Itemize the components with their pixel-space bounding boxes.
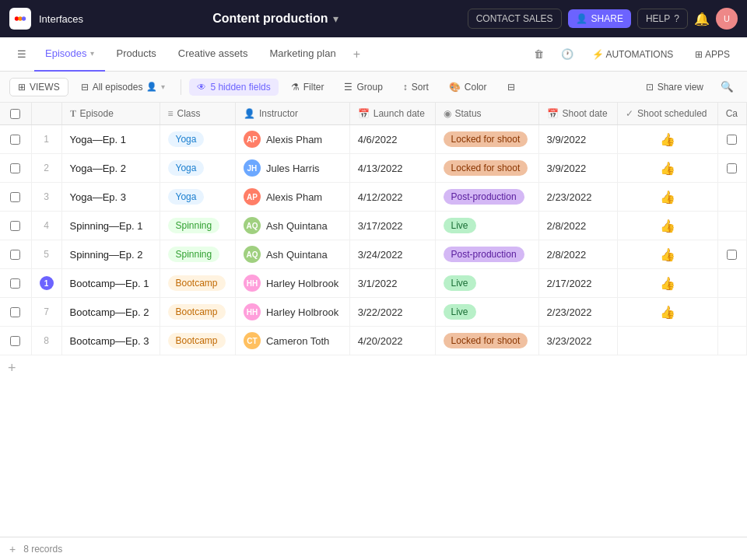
automations-button[interactable]: ⚡ AUTOMATIONS	[584, 46, 682, 63]
ca-checkbox[interactable]	[727, 135, 737, 145]
row-checkbox[interactable]	[10, 336, 20, 346]
status-cell[interactable]: Live	[435, 269, 538, 298]
episode-cell[interactable]: Bootcamp—Ep. 3	[61, 327, 160, 355]
sort-button[interactable]: ↕ Sort	[395, 79, 437, 96]
board-title[interactable]: Content production	[212, 12, 328, 26]
launch-date-cell[interactable]: 4/13/2022	[349, 154, 435, 183]
class-cell[interactable]: Yoga	[160, 154, 235, 183]
instructor-cell[interactable]: JH Jules Harris	[235, 154, 349, 183]
tab-products[interactable]: Products	[105, 37, 167, 72]
delete-icon[interactable]: 🗑	[528, 44, 550, 65]
launch-date-cell[interactable]: 3/24/2022	[349, 240, 435, 269]
board-title-dropdown-icon[interactable]: ▾	[333, 12, 338, 25]
search-button[interactable]: 🔍	[716, 76, 738, 98]
status-cell[interactable]: Locked for shoot	[435, 327, 538, 355]
episode-cell[interactable]: Yoga—Ep. 2	[61, 154, 160, 183]
shoot-scheduled-cell[interactable]	[618, 327, 718, 355]
instructor-cell[interactable]: CT Cameron Toth	[235, 327, 349, 355]
add-row-button[interactable]: +	[0, 355, 747, 381]
class-header[interactable]: ≡ Class	[160, 103, 235, 125]
tab-marketing-plan[interactable]: Marketing plan	[258, 37, 346, 72]
shoot-scheduled-cell[interactable]: 👍	[618, 154, 718, 183]
status-cell[interactable]: Post-production	[435, 183, 538, 212]
instructor-cell[interactable]: AQ Ash Quintana	[235, 212, 349, 240]
shoot-date-cell[interactable]: 2/23/2022	[538, 183, 618, 212]
instructor-cell[interactable]: HH Harley Holbrook	[235, 298, 349, 327]
shoot-scheduled-cell[interactable]: 👍	[618, 298, 718, 327]
status-cell[interactable]: Live	[435, 298, 538, 327]
row-checkbox[interactable]	[10, 250, 20, 260]
episode-cell[interactable]: Yoga—Ep. 1	[61, 125, 160, 154]
row-checkbox[interactable]	[10, 307, 20, 317]
instructor-cell[interactable]: AQ Ash Quintana	[235, 240, 349, 269]
row-checkbox[interactable]	[10, 221, 20, 231]
sidebar-toggle[interactable]: ☰	[9, 44, 34, 65]
ca-cell[interactable]	[717, 154, 746, 183]
ca-cell[interactable]	[717, 240, 746, 269]
help-button[interactable]: HELP ?	[637, 9, 688, 29]
shoot-date-cell[interactable]: 3/9/2022	[538, 154, 618, 183]
shoot-date-cell[interactable]: 2/17/2022	[538, 269, 618, 298]
shoot-scheduled-cell[interactable]: 👍	[618, 269, 718, 298]
shoot-date-cell[interactable]: 2/23/2022	[538, 298, 618, 327]
filter-button[interactable]: ⚗ Filter	[283, 79, 332, 96]
ca-header[interactable]: Ca	[717, 103, 746, 125]
row-checkbox[interactable]	[10, 163, 20, 173]
notifications-icon[interactable]: 🔔	[694, 12, 710, 26]
history-icon[interactable]: 🕐	[556, 44, 578, 65]
all-episodes-dropdown-icon[interactable]: ▾	[161, 82, 165, 91]
episode-cell[interactable]: Bootcamp—Ep. 1	[61, 269, 160, 298]
launch-date-cell[interactable]: 4/6/2022	[349, 125, 435, 154]
share-button[interactable]: 👤 SHARE	[568, 9, 631, 28]
episode-cell[interactable]: Spinning—Ep. 1	[61, 212, 160, 240]
shoot-date-cell[interactable]: 3/23/2022	[538, 327, 618, 355]
shoot-date-cell[interactable]: 2/8/2022	[538, 240, 618, 269]
row-height-button[interactable]: ⊟	[500, 79, 523, 96]
episode-cell[interactable]: Bootcamp—Ep. 2	[61, 298, 160, 327]
ca-checkbox[interactable]	[727, 250, 737, 260]
launch-date-header[interactable]: 📅 Launch date	[349, 103, 435, 125]
launch-date-cell[interactable]: 4/12/2022	[349, 183, 435, 212]
episode-cell[interactable]: Spinning—Ep. 2	[61, 240, 160, 269]
tab-episodes[interactable]: Episodes ▾	[34, 37, 105, 72]
add-tab-button[interactable]: +	[347, 47, 366, 61]
status-cell[interactable]: Live	[435, 212, 538, 240]
ca-cell[interactable]	[717, 212, 746, 240]
status-cell[interactable]: Locked for shoot	[435, 125, 538, 154]
instructor-cell[interactable]: AP Alexis Pham	[235, 125, 349, 154]
status-cell[interactable]: Locked for shoot	[435, 154, 538, 183]
all-episodes-button[interactable]: ⊟ All episodes 👤 ▾	[73, 79, 174, 96]
views-button[interactable]: ⊞ VIEWS	[9, 78, 68, 96]
instructor-cell[interactable]: HH Harley Holbrook	[235, 269, 349, 298]
launch-date-cell[interactable]: 3/22/2022	[349, 298, 435, 327]
launch-date-cell[interactable]: 4/20/2022	[349, 327, 435, 355]
ca-cell[interactable]	[717, 183, 746, 212]
class-cell[interactable]: Yoga	[160, 125, 235, 154]
shoot-scheduled-cell[interactable]: 👍	[618, 240, 718, 269]
class-cell[interactable]: Yoga	[160, 183, 235, 212]
group-button[interactable]: ☰ Group	[336, 79, 390, 96]
ca-cell[interactable]	[717, 269, 746, 298]
share-view-button[interactable]: ⊡ Share view	[638, 79, 711, 96]
contact-sales-button[interactable]: CONTACT SALES	[468, 9, 562, 29]
shoot-scheduled-cell[interactable]: 👍	[618, 183, 718, 212]
instructor-header[interactable]: 👤 Instructor	[235, 103, 349, 125]
shoot-date-cell[interactable]: 3/9/2022	[538, 125, 618, 154]
row-checkbox[interactable]	[10, 192, 20, 202]
ca-cell[interactable]	[717, 125, 746, 154]
apps-button[interactable]: ⊞ APPS	[687, 46, 738, 63]
class-cell[interactable]: Spinning	[160, 212, 235, 240]
workspace-name[interactable]: Interfaces	[39, 13, 83, 25]
episode-cell[interactable]: Yoga—Ep. 3	[61, 183, 160, 212]
select-all-checkbox[interactable]	[10, 109, 20, 119]
tab-episodes-dropdown[interactable]: ▾	[90, 49, 94, 58]
tab-creative-assets[interactable]: Creative assets	[167, 37, 259, 72]
user-avatar[interactable]: U	[716, 8, 738, 30]
ca-cell[interactable]	[717, 298, 746, 327]
status-header[interactable]: ◉ Status	[435, 103, 538, 125]
shoot-scheduled-header[interactable]: ✓ Shoot scheduled	[618, 103, 718, 125]
status-cell[interactable]: Post-production	[435, 240, 538, 269]
episode-header[interactable]: 𝐓 Episode	[61, 103, 160, 125]
launch-date-cell[interactable]: 3/17/2022	[349, 212, 435, 240]
shoot-scheduled-cell[interactable]: 👍	[618, 212, 718, 240]
